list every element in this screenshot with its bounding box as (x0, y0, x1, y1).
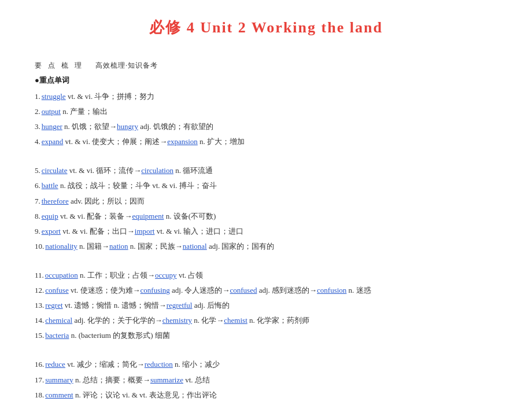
word-link[interactable]: occupy (155, 271, 177, 279)
list-item: 18.comment n. 评论；议论 vi. & vt. 表达意见；作出评论 (35, 389, 497, 402)
word-definition: vt. & vi. 配备；出口→ (61, 227, 135, 235)
word-link[interactable]: hungry (117, 122, 138, 131)
item-number: 3. (35, 122, 40, 131)
word-link[interactable]: summary (45, 375, 73, 384)
word-definition: adv. 因此；所以；因而 (69, 197, 145, 205)
word-link[interactable]: comment (45, 391, 73, 399)
word-definition: vt. & vi. 斗争；拼搏；努力 (66, 92, 155, 101)
item-number: 18. (35, 391, 44, 399)
word-link[interactable]: chemical (45, 316, 72, 325)
word-link[interactable]: struggle (42, 92, 66, 101)
item-number: 8. (35, 212, 40, 220)
word-link[interactable]: regretful (167, 301, 193, 310)
word-link[interactable]: equipment (132, 212, 164, 220)
word-link[interactable]: export (42, 227, 61, 235)
word-definition: adj. 国家的；国有的 (207, 242, 275, 251)
word-definition: adj. 令人迷惑的→ (170, 286, 230, 294)
word-link[interactable]: confusion (317, 286, 346, 294)
list-item: 13.regret vt. 遗憾；惋惜 n. 遗憾；惋惜→regretful a… (35, 299, 497, 312)
list-item: 12.confuse vt. 使迷惑；使为难→confusing adj. 令人… (35, 284, 497, 297)
word-definition: vt. 使迷惑；使为难→ (69, 286, 141, 294)
word-link[interactable]: reduction (145, 360, 173, 369)
word-link[interactable]: hunger (42, 122, 62, 131)
word-definition: n. 设备(不可数) (164, 212, 216, 220)
word-definition: vt. 减少；缩减；简化→ (65, 360, 145, 369)
word-definition: vt. 遗憾；惋惜 n. 遗憾；惋惜→ (63, 301, 167, 310)
word-link[interactable]: summarize (150, 375, 183, 384)
list-item: 8.equip vt. & vi. 配备；装备→equipment n. 设备(… (35, 210, 497, 223)
item-number: 9. (35, 227, 40, 235)
word-link[interactable]: output (42, 107, 61, 116)
list-item: 17.summary n. 总结；摘要；概要→summarize vt. 总结 (35, 374, 497, 386)
word-link[interactable]: nation (109, 242, 128, 251)
word-list-3: 11.occupation n. 工作；职业；占领→occupy vt. 占领1… (35, 269, 497, 342)
word-link[interactable]: national (183, 242, 207, 251)
list-item: 2.output n. 产量；输出 (35, 105, 497, 118)
item-number: 11. (35, 271, 44, 279)
word-definition: n. 缩小；减少 (173, 360, 220, 369)
word-list-2: 5.circulate vt. & vi. 循环；流传→circulation … (35, 164, 497, 253)
word-link[interactable]: circulate (42, 166, 68, 175)
word-definition: vt. & vi. 使变大；伸展；阐述→ (63, 137, 167, 146)
word-link[interactable]: nationality (45, 242, 77, 251)
word-link[interactable]: bacteria (45, 331, 69, 340)
page-title: 必修 4 Unit 2 Working the land (35, 17, 497, 38)
word-definition: n. 国籍→ (77, 242, 109, 251)
list-item: 9.export vt. & vi. 配备；出口→import vt. & vi… (35, 225, 497, 238)
list-item: 1.struggle vt. & vi. 斗争；拼搏；努力 (35, 90, 497, 103)
list-item: 15.bacteria n. (bacterium 的复数形式) 细菌 (35, 329, 497, 342)
list-item: 4.expand vt. & vi. 使变大；伸展；阐述→expansion n… (35, 135, 497, 148)
list-item: 3.hunger n. 饥饿；欲望→hungry adj. 饥饿的；有欲望的 (35, 120, 497, 133)
word-link[interactable]: therefore (42, 197, 69, 205)
item-number: 16. (35, 360, 44, 369)
item-number: 12. (35, 286, 44, 294)
word-definition: vt. & vi. 输入；进口；进口 (154, 227, 243, 235)
bullet-label: ●重点单词 (35, 75, 497, 86)
word-link[interactable]: import (135, 227, 155, 235)
word-link[interactable]: confuse (45, 286, 68, 294)
item-number: 14. (35, 316, 44, 325)
word-definition: adj. 后悔的 (192, 301, 230, 310)
word-link[interactable]: chemistry (162, 316, 192, 325)
word-link[interactable]: regret (45, 301, 62, 310)
word-list-4: 16.reduce vt. 减少；缩减；简化→reduction n. 缩小；减… (35, 358, 497, 401)
item-number: 2. (35, 107, 40, 116)
list-item: 16.reduce vt. 减少；缩减；简化→reduction n. 缩小；减… (35, 358, 497, 371)
word-definition: vt. & vi. 循环；流传→ (68, 166, 142, 175)
word-link[interactable]: equip (42, 212, 58, 220)
word-link[interactable]: circulation (141, 166, 173, 175)
word-link[interactable]: reduce (45, 360, 65, 369)
item-number: 13. (35, 301, 44, 310)
item-number: 10. (35, 242, 44, 251)
word-list-1: 1.struggle vt. & vi. 斗争；拼搏；努力2.output n.… (35, 90, 497, 148)
word-link[interactable]: occupation (45, 271, 78, 279)
list-item: 11.occupation n. 工作；职业；占领→occupy vt. 占领 (35, 269, 497, 282)
word-group-3: 11.occupation n. 工作；职业；占领→occupy vt. 占领1… (35, 269, 497, 342)
word-definition: n. 产量；输出 (61, 107, 108, 116)
word-definition: n. 工作；职业；占领→ (78, 271, 155, 279)
word-definition: vt. 占领 (177, 271, 204, 279)
item-number: 5. (35, 166, 40, 175)
word-link[interactable]: battle (42, 181, 58, 190)
word-definition: vt. 总结 (183, 375, 210, 384)
word-definition: n. 总结；摘要；概要→ (73, 375, 150, 384)
item-number: 7. (35, 197, 40, 205)
word-definition: adj. 化学的；关于化学的→ (72, 316, 162, 325)
list-item: 5.circulate vt. & vi. 循环；流传→circulation … (35, 164, 497, 177)
word-definition: n. 评论；议论 vi. & vt. 表达意见；作出评论 (73, 391, 217, 399)
word-link[interactable]: confusing (141, 286, 170, 294)
word-link[interactable]: confused (230, 286, 257, 294)
word-group-4: 16.reduce vt. 减少；缩减；简化→reduction n. 缩小；减… (35, 358, 497, 401)
word-link[interactable]: expand (42, 137, 64, 146)
word-definition: n. 扩大；增加 (198, 137, 245, 146)
word-group-2: 5.circulate vt. & vi. 循环；流传→circulation … (35, 164, 497, 253)
word-definition: n. 化学→ (192, 316, 224, 325)
list-item: 10.nationality n. 国籍→nation n. 国家；民族→nat… (35, 240, 497, 253)
word-group-1: 1.struggle vt. & vi. 斗争；拼搏；努力2.output n.… (35, 90, 497, 148)
word-link[interactable]: chemist (224, 316, 247, 325)
item-number: 15. (35, 331, 44, 340)
word-definition: n. 国家；民族→ (128, 242, 183, 251)
word-definition: vt. & vi. 配备；装备→ (58, 212, 132, 220)
item-number: 4. (35, 137, 40, 146)
word-link[interactable]: expansion (167, 137, 198, 146)
